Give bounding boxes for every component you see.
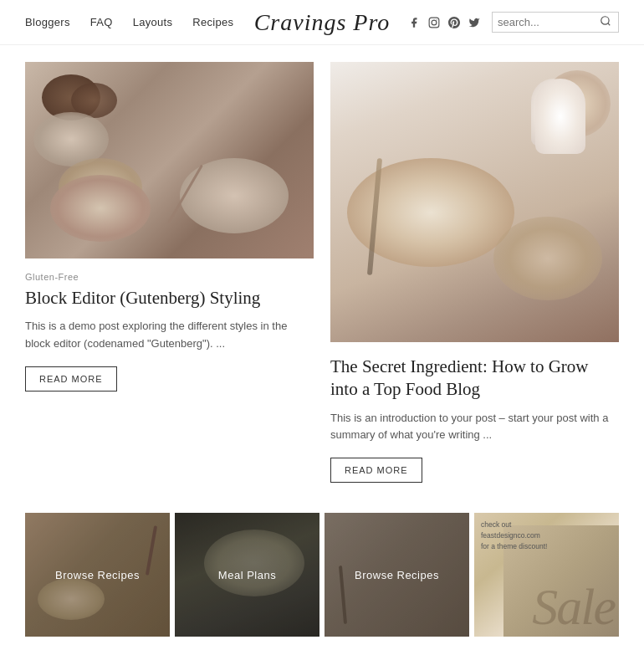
grid-label-3: Browse Recipes: [355, 569, 439, 581]
svg-point-3: [601, 17, 609, 24]
search-input[interactable]: [498, 16, 598, 28]
search-wrapper: [492, 12, 619, 33]
grid-item-1[interactable]: Browse Recipes: [25, 513, 170, 637]
grid-item-sale[interactable]: check out feastdesignco.com for a theme …: [474, 513, 619, 637]
card-left-read-more[interactable]: READ MORE: [25, 366, 117, 392]
nav-bloggers[interactable]: Bloggers: [25, 16, 70, 28]
grid-label-2: Meal Plans: [218, 569, 276, 581]
nav-recipes[interactable]: Recipes: [192, 16, 233, 28]
twitter-icon[interactable]: [468, 17, 480, 28]
card-left-tag: Gluten-Free: [25, 272, 314, 282]
card-right-image: [330, 62, 619, 342]
card-left-title: Block Editor (Gutenberg) Styling: [25, 287, 314, 310]
card-right-excerpt: This is an introduction to your post – s…: [330, 410, 619, 445]
svg-point-2: [437, 19, 437, 20]
nav-layouts[interactable]: Layouts: [133, 16, 173, 28]
card-left: Gluten-Free Block Editor (Gutenberg) Sty…: [25, 62, 314, 493]
top-cards-grid: Gluten-Free Block Editor (Gutenberg) Sty…: [25, 62, 619, 493]
grid-overlay-3: Browse Recipes: [325, 513, 469, 637]
bottom-grid: Browse Recipes Meal Plans Browse Recipes: [25, 513, 619, 637]
site-title: Cravings Pro: [254, 9, 391, 36]
card-right-title: The Secret Ingredient: How to Grow into …: [330, 356, 619, 402]
grid-overlay-2: Meal Plans: [175, 513, 319, 637]
card-right-body: The Secret Ingredient: How to Grow into …: [330, 342, 619, 493]
card-left-image: [25, 62, 314, 258]
sale-subtext: check out feastdesignco.com for a theme …: [481, 519, 612, 551]
svg-point-1: [432, 20, 437, 25]
card-left-body: Gluten-Free Block Editor (Gutenberg) Sty…: [25, 258, 314, 402]
header-right: [408, 12, 619, 33]
nav-faq[interactable]: FAQ: [90, 16, 113, 28]
grid-label-1: Browse Recipes: [55, 569, 140, 581]
grid-item-2[interactable]: Meal Plans: [175, 513, 319, 637]
card-left-excerpt: This is a demo post exploring the differ…: [25, 318, 314, 353]
pinterest-icon[interactable]: [448, 17, 460, 28]
facebook-icon[interactable]: [408, 17, 420, 28]
svg-rect-0: [429, 18, 439, 28]
search-button[interactable]: [598, 15, 613, 29]
main-navigation: Bloggers FAQ Layouts Recipes: [25, 16, 233, 28]
instagram-icon[interactable]: [428, 17, 440, 28]
card-right: The Secret Ingredient: How to Grow into …: [330, 62, 619, 493]
sale-word: Sale: [532, 581, 615, 632]
grid-item-3[interactable]: Browse Recipes: [325, 513, 469, 637]
grid-overlay-1: Browse Recipes: [25, 513, 170, 637]
social-icons: [408, 17, 480, 28]
svg-line-4: [608, 23, 611, 26]
card-right-read-more[interactable]: READ MORE: [330, 458, 422, 483]
